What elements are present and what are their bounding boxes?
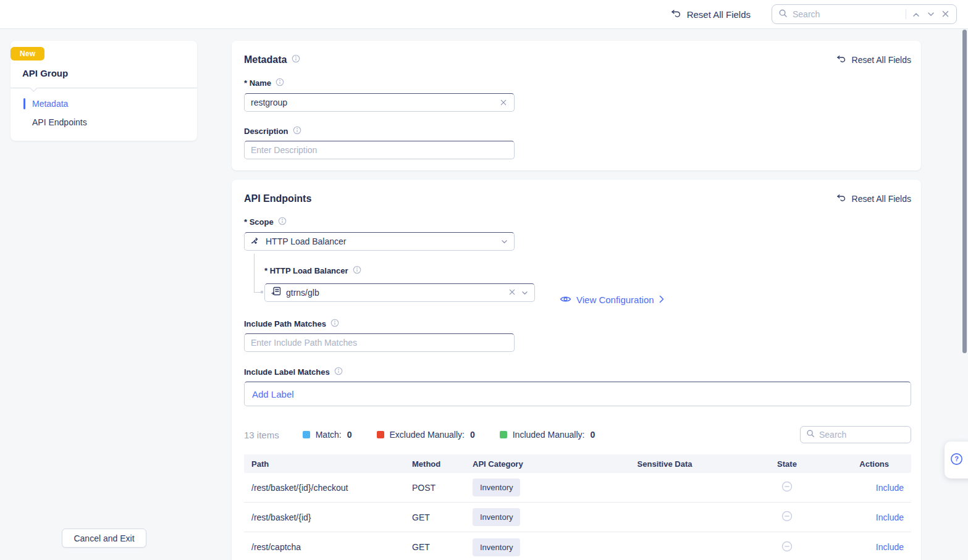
state-neutral-icon (753, 541, 821, 554)
api-category-badge: Inventory (473, 479, 520, 496)
global-search-box (772, 4, 957, 24)
eye-icon (560, 295, 571, 305)
reset-icon (671, 9, 681, 20)
name-clear-button[interactable] (499, 97, 508, 109)
reset-all-fields-button[interactable]: Reset All Fields (671, 9, 751, 20)
svg-text:?: ? (954, 455, 959, 462)
scope-field-label: * Scope (244, 217, 274, 227)
http-lb-clear-button[interactable] (508, 286, 516, 298)
scope-selected-value: HTTP Load Balancer (266, 233, 496, 250)
include-path-matches-label: Include Path Matches (244, 319, 326, 328)
close-icon (500, 98, 507, 107)
view-configuration-link[interactable]: View Configuration (560, 295, 664, 305)
search-next-button[interactable] (926, 9, 936, 20)
api-endpoints-section-title: API Endpoints (244, 193, 311, 204)
cancel-and-exit-button[interactable]: Cancel and Exit (62, 529, 146, 548)
excluded-swatch (377, 431, 384, 438)
chevron-up-icon (912, 10, 920, 19)
cell-path: /rest/basket/{id} (244, 512, 405, 522)
legend-label: Match: (316, 430, 342, 440)
scope-connector-line (254, 254, 255, 293)
include-action-link[interactable]: Include (876, 483, 904, 493)
info-icon (293, 126, 301, 136)
column-header-sensitive-data: Sensitive Data (576, 459, 753, 469)
state-neutral-icon (753, 511, 821, 524)
match-swatch (303, 431, 310, 438)
cell-path: /rest/captcha (244, 542, 405, 552)
cell-method: GET (405, 542, 465, 552)
table-row: /rest/basket/{id}/checkout POST Inventor… (244, 473, 911, 503)
chevron-down-icon (501, 236, 508, 247)
description-field-label: Description (244, 127, 288, 136)
sidebar-divider (11, 88, 197, 88)
http-lb-field-label: * HTTP Load Balancer (264, 266, 348, 275)
table-search-box (800, 426, 911, 443)
state-legend: Match: 0 Excluded Manually: 0 Included M… (303, 430, 596, 440)
include-action-link[interactable]: Include (876, 512, 904, 522)
info-icon (278, 217, 287, 227)
description-field-wrap (244, 141, 515, 159)
info-icon (353, 265, 361, 276)
endpoints-table: Path Method API Category Sensitive Data … (244, 454, 911, 560)
description-input[interactable] (251, 145, 508, 155)
sidebar-item-label: Metadata (32, 99, 68, 109)
cell-path: /rest/basket/{id}/checkout (244, 483, 405, 493)
sidebar-item-metadata[interactable]: Metadata (11, 94, 197, 113)
name-input[interactable] (251, 98, 494, 107)
metadata-section-title: Metadata (244, 54, 287, 65)
include-path-matches-input[interactable] (251, 338, 508, 348)
legend-match: Match: 0 (303, 430, 352, 440)
scrollbar-thumb[interactable] (962, 30, 967, 353)
wizard-sidebar: New API Group Metadata API Endpoints (11, 41, 197, 141)
http-lb-select[interactable]: gtrns/glb (264, 283, 535, 302)
http-lb-selected-value: gtrns/glb (286, 284, 503, 301)
wizard-steps: Metadata API Endpoints (11, 94, 197, 132)
included-swatch (500, 431, 507, 438)
endpoints-reset-fields-button[interactable]: Reset All Fields (836, 194, 911, 204)
info-icon (276, 78, 284, 88)
column-header-state: State (753, 459, 821, 469)
include-action-link[interactable]: Include (876, 542, 904, 552)
close-icon (942, 10, 949, 19)
page-scrollbar (962, 29, 967, 560)
api-endpoints-section: API Endpoints Reset All Fields * Scope H… (232, 180, 921, 560)
reset-fields-label: Reset All Fields (852, 55, 911, 65)
include-label-matches-label: Include Label Matches (244, 367, 330, 377)
metadata-section: Metadata Reset All Fields * Name Descrip… (232, 41, 921, 170)
add-label-button[interactable]: Add Label (252, 389, 294, 399)
reset-icon (836, 55, 846, 65)
sidebar-item-label: API Endpoints (32, 117, 87, 127)
info-icon (330, 319, 339, 329)
cell-method: POST (405, 483, 465, 493)
search-icon (806, 429, 815, 440)
branch-icon (251, 236, 261, 247)
chevron-right-icon (659, 295, 664, 305)
state-neutral-icon (753, 481, 821, 494)
scope-select[interactable]: HTTP Load Balancer (244, 232, 515, 251)
name-field-label: * Name (244, 78, 271, 88)
legend-included-manually: Included Manually: 0 (500, 430, 596, 440)
global-search-input[interactable] (793, 9, 901, 19)
scope-connector-dot (261, 291, 263, 293)
close-icon (509, 288, 515, 297)
column-header-path: Path (244, 459, 405, 469)
include-label-matches-box: Add Label (244, 382, 911, 406)
status-badge: New (11, 47, 44, 61)
sidebar-item-api-endpoints[interactable]: API Endpoints (11, 113, 197, 132)
column-header-actions: Actions (821, 459, 911, 469)
legend-label: Included Manually: (513, 430, 585, 440)
reset-fields-label: Reset All Fields (852, 194, 911, 204)
search-close-button[interactable] (941, 9, 950, 20)
api-category-badge: Inventory (473, 508, 520, 526)
name-field-wrap (244, 93, 515, 112)
search-icon (778, 9, 788, 20)
items-count: 13 items (244, 430, 279, 440)
view-configuration-label: View Configuration (576, 295, 654, 305)
table-row: /rest/basket/{id} GET Inventory Include (244, 503, 911, 532)
legend-excluded-manually: Excluded Manually: 0 (377, 430, 475, 440)
table-search-input[interactable] (819, 430, 905, 440)
table-row: /rest/captcha GET Inventory Include (244, 532, 911, 560)
table-header-row: Path Method API Category Sensitive Data … (244, 454, 911, 473)
search-prev-button[interactable] (911, 9, 921, 20)
metadata-reset-fields-button[interactable]: Reset All Fields (836, 55, 911, 65)
